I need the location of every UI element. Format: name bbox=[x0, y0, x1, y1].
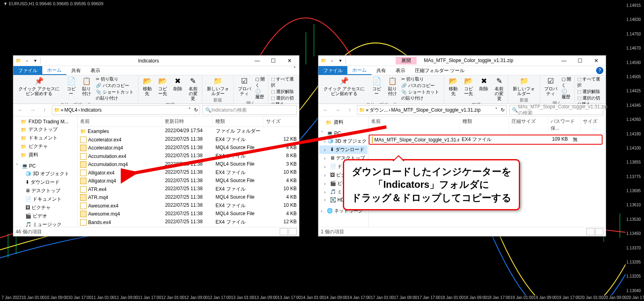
view-icons-button[interactable] bbox=[595, 228, 603, 235]
nav-item[interactable]: ›🧊 3D オブジェクト bbox=[319, 137, 367, 145]
view-icons-button[interactable] bbox=[289, 228, 297, 235]
highlighted-file-row[interactable]: MAs_MTF_Slope_Color_toggle_v1.31.ex4 EX4… bbox=[369, 135, 603, 145]
properties-button[interactable]: ☑プロパティ bbox=[236, 76, 253, 97]
select-all-button[interactable]: ⬚ すべて選択 bbox=[271, 76, 296, 88]
nav-item[interactable]: 📁資料 bbox=[319, 118, 367, 127]
col-date[interactable]: 更新日時 bbox=[162, 116, 213, 127]
search-input[interactable]: 🔍 Indicatorsの検索 bbox=[202, 105, 297, 115]
tab-home[interactable]: ホーム bbox=[347, 66, 372, 75]
column-headers[interactable]: 名前 種類 圧縮サイズ パスワード保... サイズ bbox=[369, 116, 606, 134]
new-folder-button[interactable]: 📁新しいフォルダー bbox=[511, 76, 537, 97]
rename-button[interactable]: ✎名前の変更 bbox=[493, 76, 506, 102]
properties-button[interactable]: ☑プロパティ bbox=[543, 76, 559, 97]
file-row[interactable]: ATR.ex4 2022/07/25 11:38 EX4 ファイル 10 KB bbox=[78, 185, 299, 193]
view-details-button[interactable] bbox=[586, 228, 594, 235]
select-all-button[interactable]: ⬚ すべて選択 bbox=[577, 76, 603, 88]
nav-item[interactable]: ⬇ ダウンロード bbox=[14, 178, 76, 187]
back-button[interactable]: ← bbox=[16, 105, 25, 115]
up-button[interactable]: ↑ bbox=[40, 105, 50, 115]
move-to-button[interactable]: 📂移動先 bbox=[447, 76, 460, 97]
crumb-item[interactable]: MAs_MTF_Slope_Color_toggle_v1.31.zip bbox=[391, 107, 481, 113]
delete-button[interactable]: ✖削除 bbox=[171, 76, 184, 92]
qat-btn[interactable]: ▫ bbox=[23, 57, 31, 64]
up-button[interactable]: ↑ bbox=[345, 105, 355, 115]
col-size[interactable]: サイズ bbox=[580, 116, 606, 133]
forward-button[interactable]: → bbox=[333, 105, 343, 115]
qat-btn[interactable]: ▾ bbox=[337, 57, 344, 64]
forward-button[interactable]: → bbox=[28, 105, 37, 115]
col-size[interactable]: サイズ bbox=[264, 116, 299, 127]
nav-item[interactable]: 📁ピクチャ bbox=[14, 142, 76, 151]
qat-btn[interactable]: ▫ bbox=[328, 57, 336, 64]
tab-share[interactable]: 共有 bbox=[372, 66, 391, 75]
breadcrumb[interactable]: 📁 « ダウン... › MAs_MTF_Slope_Color_toggle_… bbox=[357, 105, 507, 115]
nav-item[interactable]: 📄 ドキュメント bbox=[14, 195, 76, 203]
crumb-item[interactable]: MQL4 bbox=[64, 107, 78, 113]
tab-file[interactable]: ファイル bbox=[318, 66, 347, 75]
col-csize[interactable]: 圧縮サイズ bbox=[509, 116, 548, 133]
collapse-ribbon-button[interactable]: ˄ bbox=[290, 66, 299, 75]
history-button[interactable]: 🕘 履歴 bbox=[255, 89, 266, 100]
copy-to-button[interactable]: 📂コピー先 bbox=[462, 76, 475, 97]
col-name[interactable]: 名前 bbox=[369, 116, 460, 133]
rename-button[interactable]: ✎名前の変更 bbox=[187, 76, 200, 102]
help-button[interactable]: ? bbox=[596, 67, 603, 74]
file-list[interactable]: 名前 更新日時 種類 サイズ 📁Examples 2022/04/29 17:5… bbox=[78, 116, 299, 227]
close-button[interactable]: ✕ bbox=[588, 56, 604, 66]
open-button[interactable]: ▢ 開く bbox=[255, 76, 266, 88]
tab-home[interactable]: ホーム bbox=[42, 66, 66, 75]
file-row[interactable]: Accelerator.ex4 2022/07/25 11:38 EX4 ファイ… bbox=[78, 135, 299, 144]
copy-path-button[interactable]: 🔗 パスのコピー bbox=[96, 83, 136, 89]
file-row[interactable]: Alligator.mq4 2022/07/25 11:38 MQL4 Sour… bbox=[78, 177, 299, 185]
copy-button[interactable]: 📄コピー bbox=[65, 76, 78, 97]
crumb-item[interactable]: ダウン... bbox=[369, 107, 388, 114]
col-type[interactable]: 種類 bbox=[460, 116, 509, 133]
file-row[interactable]: Accelerator.mq4 2022/07/25 11:38 MQL4 So… bbox=[78, 144, 299, 152]
file-row[interactable]: ATR.mq4 2022/07/25 11:38 MQL4 Source Fil… bbox=[78, 193, 299, 201]
cut-button[interactable]: ✂ 切り取り bbox=[96, 76, 136, 82]
col-pwd[interactable]: パスワード保... bbox=[548, 116, 580, 133]
tab-view[interactable]: 表示 bbox=[86, 66, 105, 75]
file-row[interactable]: Bands.ex4 2022/07/25 11:38 EX4 ファイル 12 K… bbox=[78, 218, 299, 226]
nav-item[interactable]: 📁FXDD Trading M... bbox=[14, 118, 76, 125]
nav-item[interactable]: 🖥 デスクトップ bbox=[14, 187, 76, 195]
nav-item-pc[interactable]: ˅💻 PC bbox=[319, 130, 367, 137]
nav-item[interactable]: 🎵 ミュージック bbox=[14, 220, 76, 227]
copy-path-button[interactable]: 🔗 パスのコピー bbox=[401, 83, 442, 89]
nav-item[interactable]: ›⬇ ダウンロード bbox=[319, 145, 367, 154]
qat-btn[interactable]: ▾ bbox=[32, 57, 39, 64]
pin-quick-access-button[interactable]: 📌クイック アクセスにピン留めする bbox=[321, 76, 368, 97]
file-row[interactable]: Accumulation.mq4 2022/07/25 11:38 MQL4 S… bbox=[78, 160, 299, 168]
file-row[interactable]: Awesome.ex4 2022/07/25 11:38 EX4 ファイル 10… bbox=[78, 201, 299, 210]
nav-item[interactable]: 🖼 ピクチャ bbox=[14, 203, 76, 212]
tab-share[interactable]: 共有 bbox=[66, 66, 86, 75]
nav-pane[interactable]: 📁FXDD Trading M...📁デスクトップ📁ドキュメント📁ピクチャ📁資料… bbox=[13, 116, 78, 227]
search-input[interactable]: 🔍 MAs_MTF_Slope_Color_toggle_v1.31.zipの検… bbox=[509, 105, 603, 115]
nav-item[interactable]: 🧊 3D オブジェクト bbox=[14, 170, 76, 178]
pin-quick-access-button[interactable]: 📌クイック アクセスにピン留めする bbox=[16, 76, 62, 97]
paste-shortcut-button[interactable]: 📎 ショートカットの貼り付け bbox=[401, 89, 442, 101]
tab-file[interactable]: ファイル bbox=[13, 66, 42, 75]
minimize-button[interactable]: — bbox=[249, 56, 265, 66]
nav-item-pc[interactable]: ˅💻 PC bbox=[14, 162, 76, 170]
crumb-item[interactable]: Indicators bbox=[80, 107, 101, 113]
nav-item[interactable]: 🎬 ビデオ bbox=[14, 212, 76, 220]
tab-zip-tools[interactable]: 圧縮フォルダー ツール bbox=[410, 66, 469, 75]
back-button[interactable]: ← bbox=[321, 105, 330, 115]
close-button[interactable]: ✕ bbox=[281, 56, 297, 66]
col-type[interactable]: 種類 bbox=[213, 116, 264, 127]
delete-button[interactable]: ✖削除 bbox=[477, 76, 490, 92]
nav-item[interactable]: 📁デスクトップ bbox=[14, 125, 76, 134]
paste-button[interactable]: 📋貼り付け bbox=[80, 76, 93, 97]
breadcrumb[interactable]: 📁 « MQL4 › Indicators ˅↻ bbox=[52, 105, 200, 115]
paste-shortcut-button[interactable]: 📎 ショートカットの貼り付け bbox=[96, 89, 136, 101]
minimize-button[interactable]: — bbox=[556, 56, 572, 66]
column-headers[interactable]: 名前 更新日時 種類 サイズ bbox=[78, 116, 299, 127]
maximize-button[interactable]: ☐ bbox=[265, 56, 281, 66]
select-none-button[interactable]: ⬚ 選択解除 bbox=[271, 89, 296, 95]
nav-item[interactable]: 📁資料 bbox=[14, 151, 76, 159]
new-folder-button[interactable]: 📁新しいフォルダー bbox=[205, 76, 231, 97]
select-none-button[interactable]: ⬚ 選択解除 bbox=[577, 89, 603, 95]
move-to-button[interactable]: 📂移動先 bbox=[141, 76, 154, 97]
open-button[interactable]: ▢ 開く bbox=[561, 76, 572, 88]
